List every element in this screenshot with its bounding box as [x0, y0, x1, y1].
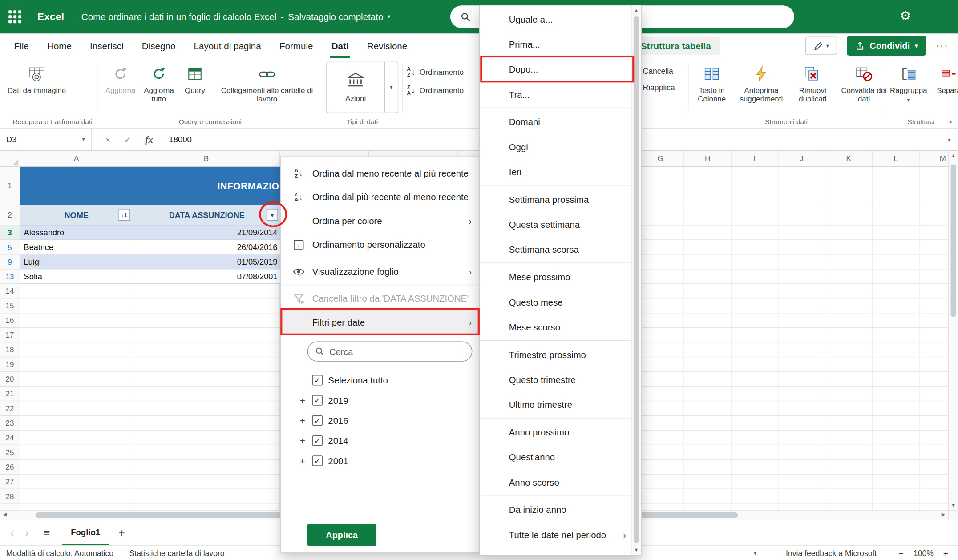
- column-header[interactable]: B: [133, 151, 280, 166]
- date-filter-menu-item[interactable]: Uguale a... ›: [480, 7, 632, 32]
- expand-plus-icon[interactable]: +: [298, 435, 307, 446]
- nome-sort-filter-button[interactable]: ↓1: [118, 209, 130, 221]
- name-box[interactable]: D3 ▾: [0, 129, 92, 150]
- date-filter-menu-item[interactable]: Tra... ›: [480, 82, 632, 107]
- cell-name[interactable]: Alessandro: [20, 226, 133, 240]
- date-filter-menu-item[interactable]: Domani ›: [480, 109, 632, 134]
- pen-mode-button[interactable]: ▾: [805, 36, 837, 55]
- cell-date[interactable]: 21/09/2014: [133, 226, 280, 240]
- zoom-in-icon[interactable]: +: [943, 548, 948, 558]
- select-all-corner[interactable]: [0, 151, 20, 167]
- collapse-ribbon-icon[interactable]: ▴: [949, 118, 952, 125]
- menu-item-date-filters[interactable]: Filtri per date ›: [281, 310, 479, 334]
- queries-button[interactable]: Query: [180, 62, 210, 95]
- group-rows-button[interactable]: Raggruppa ▾: [889, 62, 927, 103]
- data-from-picture-button[interactable]: Dati da immagine: [7, 62, 66, 95]
- row-header[interactable]: 28: [0, 489, 20, 504]
- expand-plus-icon[interactable]: +: [298, 455, 307, 466]
- filter-tree-item[interactable]: + ✓ 2016: [281, 411, 479, 431]
- column-header[interactable]: J: [778, 151, 825, 166]
- scroll-up-icon[interactable]: ▲: [632, 8, 641, 13]
- document-title[interactable]: Come ordinare i dati in un foglio di cal…: [81, 12, 391, 22]
- menu-item-custom-sort[interactable]: ↓ Ordinamento personalizzato: [281, 233, 479, 257]
- share-button[interactable]: Condividi ▾: [847, 36, 926, 56]
- workbook-links-button[interactable]: Collegamenti alle cartelle di lavoro: [211, 62, 323, 103]
- row-header[interactable]: 16: [0, 313, 20, 328]
- row-header[interactable]: 14: [0, 284, 20, 298]
- previous-sheet-icon[interactable]: ‹: [5, 527, 20, 539]
- more-options-button[interactable]: ···: [936, 40, 948, 52]
- data-validation-button[interactable]: Convalida dei dati: [838, 62, 889, 103]
- row-header[interactable]: 26: [0, 460, 20, 475]
- scroll-right-icon[interactable]: ▶: [942, 512, 945, 517]
- row-header[interactable]: 9: [0, 255, 20, 270]
- menu-item-sort-newest[interactable]: ZA↓ Ordina dal più recente al meno recen…: [281, 185, 479, 209]
- data-assunzione-filter-button[interactable]: ▾: [267, 209, 278, 221]
- column-header[interactable]: M: [920, 151, 949, 166]
- date-filter-menu-item[interactable]: Prima... ›: [480, 32, 632, 56]
- cancel-entry-icon[interactable]: ×: [105, 134, 110, 145]
- apply-filter-button[interactable]: Applica: [307, 524, 376, 546]
- date-filter-menu-item[interactable]: Questa settimana ›: [480, 212, 632, 237]
- date-filter-menu-item[interactable]: Ultimo trimestre ›: [480, 392, 632, 417]
- ribbon-tab[interactable]: Formule: [270, 34, 322, 58]
- column-header[interactable]: I: [732, 151, 779, 166]
- checkbox-checked-icon[interactable]: ✓: [312, 415, 323, 426]
- row-header[interactable]: 2: [0, 205, 20, 225]
- settings-gear-icon[interactable]: ⚙: [897, 8, 914, 23]
- date-filter-menu-item[interactable]: Settimana scorsa ›: [480, 237, 632, 262]
- row-header[interactable]: 15: [0, 298, 20, 313]
- expand-plus-icon[interactable]: +: [298, 415, 307, 426]
- expand-formula-bar-icon[interactable]: ▾: [948, 137, 950, 143]
- checkbox-checked-icon[interactable]: ✓: [312, 455, 323, 466]
- menu-item-sort-by-color[interactable]: Ordina per colore ›: [281, 209, 479, 233]
- date-filter-menu-item[interactable]: Questo mese ›: [480, 290, 632, 314]
- date-filter-menu-item[interactable]: Settimana prossima ›: [480, 187, 632, 212]
- checkbox-checked-icon[interactable]: ✓: [312, 375, 323, 385]
- column-header[interactable]: G: [637, 151, 684, 166]
- date-filter-menu-item[interactable]: Dopo... ›: [480, 57, 632, 82]
- row-header[interactable]: 24: [0, 431, 20, 445]
- actions-dropdown-button[interactable]: Azioni ▾: [326, 62, 398, 113]
- date-filter-menu-item[interactable]: Questo trimestre ›: [480, 367, 632, 392]
- row-header[interactable]: 25: [0, 445, 20, 460]
- date-filter-menu-item[interactable]: Anno scorso ›: [480, 470, 632, 495]
- cell-name[interactable]: Luigi: [20, 255, 133, 269]
- date-filter-menu-item[interactable]: Da inizio anno ›: [480, 497, 632, 522]
- cell-date[interactable]: 26/04/2016: [133, 240, 280, 254]
- next-sheet-icon[interactable]: ›: [20, 527, 34, 539]
- date-filter-menu-item[interactable]: Tutte le date nel periodo ›: [480, 522, 632, 547]
- vertical-scrollbar[interactable]: ▲ ▼: [948, 151, 958, 510]
- row-header[interactable]: 27: [0, 475, 20, 489]
- row-header[interactable]: 18: [0, 342, 20, 357]
- formula-input[interactable]: 18000: [169, 135, 192, 144]
- ribbon-tab[interactable]: Home: [38, 34, 81, 58]
- date-filter-menu-item[interactable]: Mese prossimo ›: [480, 265, 632, 290]
- calculation-mode[interactable]: Modalità di calcolo: Automatico: [6, 548, 113, 558]
- row-header[interactable]: 19: [0, 357, 20, 372]
- chevron-down-icon[interactable]: ▾: [754, 550, 756, 556]
- text-to-columns-button[interactable]: Testo in Colonne: [691, 62, 732, 103]
- scroll-down-icon[interactable]: ▼: [632, 547, 641, 552]
- filter-tree-item[interactable]: + ✓ Seleziona tutto: [281, 370, 479, 390]
- filter-tree-item[interactable]: + ✓ 2001: [281, 451, 479, 471]
- menu-item-sort-oldest[interactable]: AZ↓ Ordina dal meno recente al più recen…: [281, 161, 479, 185]
- column-header[interactable]: A: [20, 151, 133, 166]
- remove-duplicates-button[interactable]: Rimuovi duplicati: [791, 62, 835, 103]
- row-header[interactable]: 1: [0, 167, 20, 205]
- expand-plus-icon[interactable]: +: [298, 395, 307, 405]
- cell-date[interactable]: 01/05/2019: [133, 255, 280, 269]
- table-title-cell[interactable]: INFORMAZIO: [20, 167, 280, 205]
- date-filter-menu-item[interactable]: Oggi ›: [480, 134, 632, 159]
- column-header[interactable]: K: [825, 151, 873, 166]
- ribbon-tab[interactable]: File: [5, 34, 38, 58]
- clear-filter-button[interactable]: Cancella: [643, 67, 673, 76]
- scroll-up-icon[interactable]: ▲: [949, 153, 958, 158]
- submenu-scrollbar-thumb[interactable]: [634, 16, 639, 543]
- cell-date[interactable]: 07/08/2001: [133, 270, 280, 284]
- insert-function-icon[interactable]: fx: [145, 134, 153, 145]
- vertical-scrollbar-thumb[interactable]: [951, 164, 956, 317]
- workbook-statistics[interactable]: Statistiche cartella di lavoro: [129, 548, 225, 558]
- zoom-out-icon[interactable]: −: [899, 548, 904, 558]
- row-header[interactable]: 17: [0, 328, 20, 342]
